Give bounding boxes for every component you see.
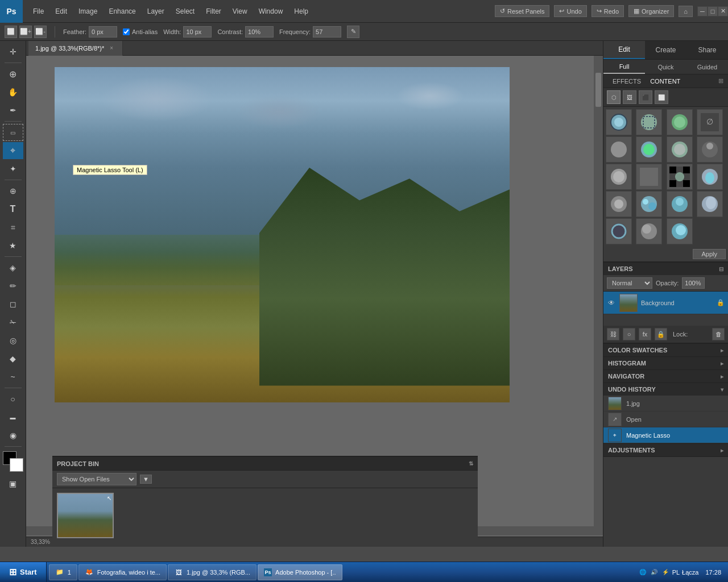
menu-window[interactable]: Window	[253, 5, 289, 18]
effect-thumb-11[interactable]	[667, 164, 693, 190]
type-tool-btn[interactable]: T	[3, 201, 23, 218]
color-selector[interactable]	[3, 451, 23, 472]
layers-collapse-btn[interactable]: ⊟	[719, 266, 723, 272]
effect-thumb-2[interactable]	[636, 109, 662, 135]
project-bin-expand-btn[interactable]: ⇅	[469, 460, 473, 467]
effect-thumb-5[interactable]	[606, 136, 632, 163]
menu-select[interactable]: Select	[170, 5, 200, 18]
taskbar-doc[interactable]: 🖼 1.jpg @ 33,3% (RGB...	[168, 564, 257, 580]
blend-mode-select[interactable]: Normal	[607, 277, 652, 289]
menu-image[interactable]: Image	[73, 5, 103, 18]
effect-thumb-8[interactable]	[697, 136, 723, 163]
menu-enhance[interactable]: Enhance	[103, 5, 141, 18]
crop-tool-btn[interactable]: ⌗	[3, 219, 23, 236]
undo-history-header[interactable]: UNDO HISTORY ▾	[603, 383, 728, 396]
quick-mask-btn[interactable]: ▣	[3, 475, 23, 492]
layers-lock-btn[interactable]: 🔒	[655, 328, 667, 340]
effect-thumb-18[interactable]	[636, 218, 662, 244]
color-swatches-expand-btn[interactable]: ▸	[721, 347, 723, 354]
move-tool-btn[interactable]: ✛	[3, 43, 23, 60]
anti-alias-checkbox[interactable]	[123, 28, 130, 35]
tray-battery-icon[interactable]: ⚡	[661, 568, 670, 577]
effect-thumb-4[interactable]: ∅	[697, 109, 723, 135]
effect-thumb-13[interactable]	[606, 191, 632, 217]
tab-share[interactable]: Share	[686, 41, 728, 59]
marquee-tool-btn[interactable]: ▭	[3, 124, 23, 141]
color-swatches-header[interactable]: COLOR SWATCHES ▸	[603, 344, 728, 356]
layers-delete-btn[interactable]: 🗑	[712, 328, 725, 340]
clone-stamp-btn[interactable]: ✁	[3, 314, 23, 331]
navigator-expand-btn[interactable]: ▸	[721, 373, 723, 380]
effect-thumb-15[interactable]	[667, 191, 693, 217]
menu-filter[interactable]: Filter	[200, 5, 227, 18]
maximize-btn[interactable]: □	[708, 6, 718, 16]
effect-thumb-1[interactable]	[606, 109, 632, 135]
brush-tool-btn[interactable]: ✏	[3, 277, 23, 294]
mode-quick[interactable]: Quick	[645, 60, 686, 74]
blur-tool-btn[interactable]: ◎	[3, 332, 23, 349]
feather-input[interactable]	[89, 26, 117, 38]
healing-brush-tool-btn[interactable]: ⊕	[3, 182, 23, 199]
undo-item-open[interactable]: ↗ Open	[603, 411, 728, 427]
effect-thumb-10[interactable]	[636, 164, 662, 190]
start-button[interactable]: ⊞ Start	[0, 562, 47, 583]
filter-dropdown-btn[interactable]: ▼	[140, 475, 152, 484]
opacity-input[interactable]	[682, 277, 705, 289]
magic-wand-tool-btn[interactable]: ✦	[3, 160, 23, 177]
layers-mask-btn[interactable]: ○	[623, 328, 635, 340]
effects-icon-style[interactable]: ⬜	[655, 90, 668, 104]
layer-eye-btn[interactable]: 👁	[607, 298, 616, 307]
undo-item-lasso[interactable]: ⌖ Magnetic Lasso	[603, 427, 728, 443]
add-selection-btn[interactable]: ⬜+	[19, 26, 32, 38]
menu-layer[interactable]: Layer	[142, 5, 170, 18]
effect-thumb-7[interactable]	[667, 136, 693, 163]
layer-item-background[interactable]: 👁 Background 🔒	[603, 292, 728, 314]
effect-thumb-3[interactable]	[667, 109, 693, 135]
tray-network-icon[interactable]: 🌐	[638, 568, 647, 577]
mode-full[interactable]: Full	[603, 60, 645, 74]
effect-thumb-12[interactable]	[697, 164, 723, 190]
menu-help[interactable]: Help	[288, 5, 314, 18]
effects-icon-frame[interactable]: ⬡	[607, 90, 621, 104]
doc-tab-1[interactable]: 1.jpg @ 33,3%(RGB/8*)* ×	[28, 41, 123, 56]
frequency-input[interactable]	[313, 26, 341, 38]
subtract-selection-btn[interactable]: ⬜-	[34, 26, 47, 38]
canvas-image[interactable]	[55, 67, 510, 402]
effect-thumb-6[interactable]	[636, 136, 662, 163]
selection-mode-btn[interactable]: ⬜	[5, 26, 17, 38]
effects-icon-text[interactable]: ⬛	[639, 90, 652, 104]
effect-thumb-16[interactable]	[697, 191, 723, 217]
adjustments-header[interactable]: ADJUSTMENTS ▸	[603, 444, 728, 456]
layers-link-btn[interactable]: ⛓	[607, 328, 619, 340]
paint-bucket-tool-btn[interactable]: ◈	[3, 259, 23, 276]
taskbar-photoshop[interactable]: Ps Adobe Photoshop - [..	[258, 564, 342, 580]
effect-thumb-19[interactable]	[667, 218, 693, 244]
taskbar-folder[interactable]: 📁 1	[49, 564, 77, 580]
menu-file[interactable]: File	[27, 5, 49, 18]
undo-item-1jpg[interactable]: 1.jpg	[603, 396, 728, 411]
content-tab[interactable]: CONTENT	[646, 78, 685, 85]
eyedropper-tool-btn[interactable]: ✒	[3, 102, 23, 119]
mode-guided[interactable]: Guided	[686, 60, 728, 74]
tab-create[interactable]: Create	[645, 41, 686, 59]
red-eye-tool-btn[interactable]: ◉	[3, 427, 23, 444]
dodge-tool-btn[interactable]: ○	[3, 390, 23, 408]
adjustments-expand-btn[interactable]: ▸	[721, 447, 723, 454]
menu-view[interactable]: View	[227, 5, 253, 18]
brush-options-btn[interactable]: ✎	[347, 26, 359, 38]
effects-icon-image[interactable]: 🖼	[623, 90, 636, 104]
vertical-scrollbar[interactable]	[594, 56, 603, 535]
zoom-tool-btn[interactable]: ⊕	[3, 65, 23, 82]
panel-options-icon[interactable]: ⊞	[718, 77, 723, 85]
taskbar-firefox[interactable]: 🦊 Fotografia, wideo i te...	[78, 564, 167, 580]
project-bin-filter-select[interactable]: Show Open Files	[57, 473, 136, 485]
effect-thumb-9[interactable]	[606, 164, 632, 190]
eraser-tool-btn[interactable]: ◻	[3, 296, 23, 313]
minimize-btn[interactable]: ─	[697, 6, 708, 16]
tab-edit[interactable]: Edit	[603, 41, 645, 59]
histogram-header[interactable]: HISTOGRAM ▸	[603, 357, 728, 369]
gradient-tool-btn[interactable]: ▬	[3, 409, 23, 426]
vertical-scrollbar-thumb[interactable]	[595, 73, 601, 107]
reset-panels-btn[interactable]: ↺ Reset Panels	[495, 5, 549, 17]
background-color[interactable]	[10, 458, 23, 472]
